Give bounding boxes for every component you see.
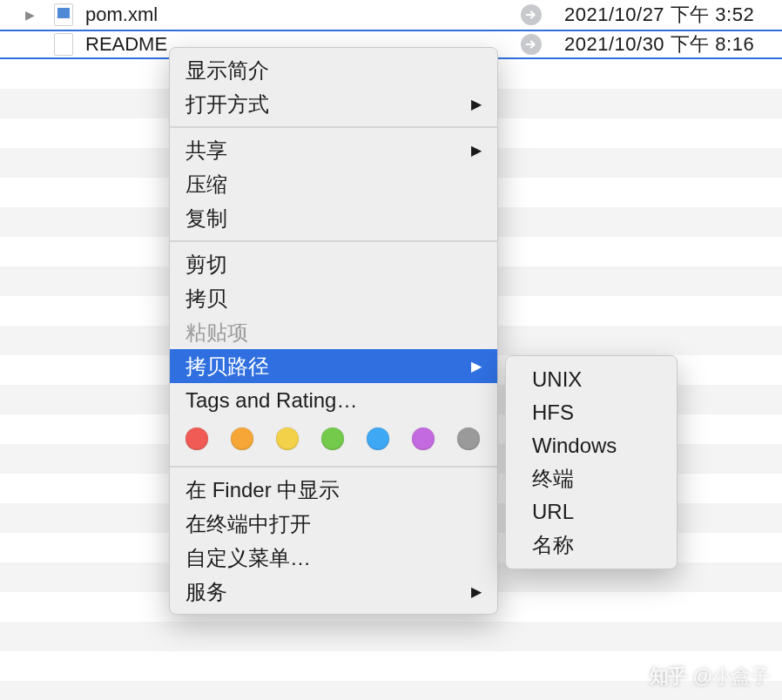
file-name: pom.xml: [85, 3, 521, 26]
color-tag-row: [170, 417, 497, 461]
chevron-right-icon[interactable]: ▶: [17, 8, 42, 22]
menu-open-with[interactable]: 打开方式▶: [170, 87, 497, 121]
watermark-author: @小盒子: [693, 663, 770, 690]
menu-open-in-terminal[interactable]: 在终端中打开: [170, 507, 497, 541]
chevron-right-icon: ▶: [471, 358, 482, 374]
file-row-pom[interactable]: ▶ pom.xml 2021/10/27 下午 3:52: [0, 0, 782, 30]
file-date: 2021/10/27 下午 3:52: [564, 2, 782, 28]
menu-custom-menu[interactable]: 自定义菜单…: [170, 541, 497, 575]
menu-duplicate[interactable]: 复制: [170, 201, 497, 235]
chevron-right-icon: ▶: [471, 142, 482, 158]
color-swatch-1[interactable]: [231, 427, 253, 450]
chevron-right-icon: ▶: [471, 583, 482, 600]
file-icon: [54, 3, 73, 26]
color-swatch-6[interactable]: [457, 427, 480, 450]
submenu-item-0[interactable]: UNIX: [506, 363, 677, 396]
watermark: 知乎 @小盒子: [650, 663, 770, 690]
menu-share[interactable]: 共享▶: [170, 133, 497, 167]
menu-show-info[interactable]: 显示简介: [170, 53, 497, 87]
color-swatch-2[interactable]: [276, 427, 299, 450]
menu-paste-item: 粘贴项: [170, 315, 497, 349]
arrow-right-icon[interactable]: [521, 34, 542, 55]
menu-tags-rating[interactable]: Tags and Rating…: [170, 383, 497, 417]
menu-separator: [170, 126, 497, 128]
empty-row: [0, 622, 782, 651]
menu-show-in-finder[interactable]: 在 Finder 中显示: [170, 473, 497, 507]
copy-path-submenu: UNIXHFSWindows终端URL名称: [505, 355, 678, 569]
color-swatch-4[interactable]: [367, 427, 389, 450]
context-menu: 显示简介 打开方式▶ 共享▶ 压缩 复制 剪切 拷贝 粘贴项 拷贝路径▶ Tag…: [169, 47, 498, 615]
menu-copy-path[interactable]: 拷贝路径▶: [170, 349, 497, 383]
arrow-right-icon[interactable]: [521, 4, 542, 25]
menu-separator: [170, 240, 497, 242]
submenu-item-1[interactable]: HFS: [506, 396, 677, 429]
menu-compress[interactable]: 压缩: [170, 167, 497, 201]
menu-cut[interactable]: 剪切: [170, 247, 497, 281]
file-icon: [54, 33, 73, 56]
menu-separator: [170, 466, 497, 468]
menu-services[interactable]: 服务▶: [170, 575, 497, 609]
chevron-right-icon: ▶: [471, 96, 482, 112]
zhihu-logo-text: 知乎: [650, 663, 686, 690]
color-swatch-0[interactable]: [185, 427, 208, 450]
color-swatch-5[interactable]: [412, 427, 435, 450]
submenu-item-5[interactable]: 名称: [506, 528, 677, 562]
color-swatch-3[interactable]: [321, 427, 344, 450]
submenu-item-4[interactable]: URL: [506, 495, 677, 528]
file-date: 2021/10/30 下午 8:16: [564, 31, 782, 57]
menu-copy[interactable]: 拷贝: [170, 281, 497, 315]
submenu-item-3[interactable]: 终端: [506, 462, 677, 495]
submenu-item-2[interactable]: Windows: [506, 429, 677, 462]
